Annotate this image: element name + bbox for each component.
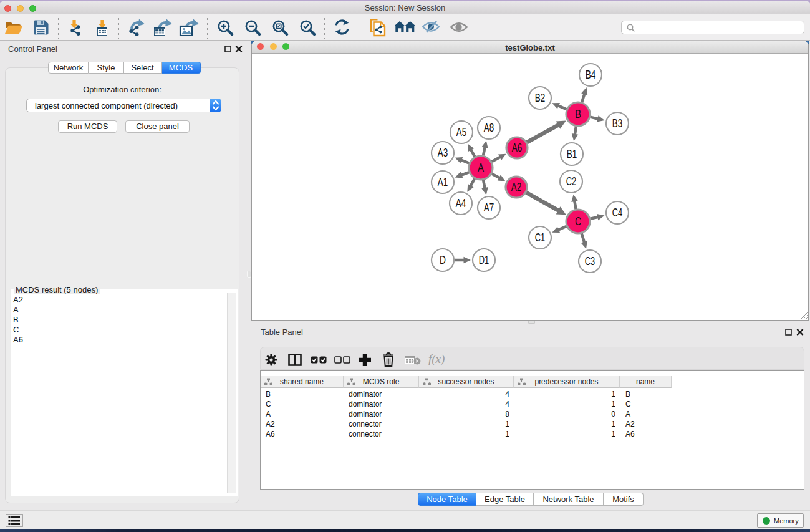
svg-text:B: B (575, 108, 581, 120)
svg-text:D: D (440, 254, 446, 266)
svg-text:C1: C1 (535, 231, 546, 244)
svg-text:C: C (575, 215, 581, 228)
svg-text:B4: B4 (586, 69, 596, 81)
svg-text:A8: A8 (484, 122, 494, 134)
svg-text:A: A (478, 162, 484, 174)
svg-text:C4: C4 (612, 206, 623, 219)
svg-text:A3: A3 (438, 147, 448, 159)
svg-text:A7: A7 (484, 201, 494, 214)
svg-text:D1: D1 (479, 254, 489, 266)
svg-text:A1: A1 (438, 176, 448, 188)
svg-text:A4: A4 (456, 197, 466, 210)
svg-text:B3: B3 (612, 117, 623, 130)
svg-text:A6: A6 (512, 142, 523, 154)
svg-text:C3: C3 (585, 255, 595, 268)
svg-text:C2: C2 (566, 175, 577, 188)
svg-text:B1: B1 (567, 148, 577, 160)
svg-text:B2: B2 (535, 92, 546, 104)
svg-text:A5: A5 (456, 126, 467, 138)
svg-text:A2: A2 (511, 181, 522, 193)
